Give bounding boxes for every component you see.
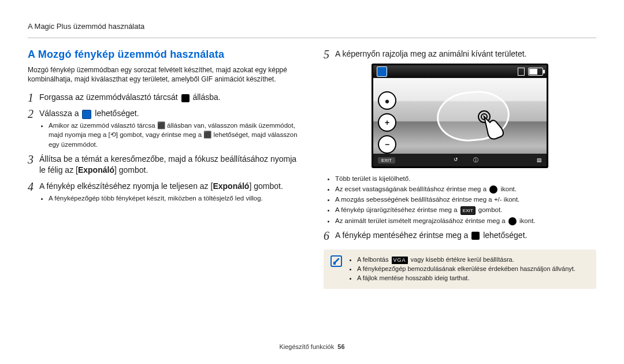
note-list: A felbontás VGA vagy kisebb értékre kerü…	[357, 255, 575, 283]
step-number: 5	[324, 49, 335, 60]
step-number: 6	[324, 230, 335, 242]
camera-screen-illustration: EXIT ↺ ⓘ ▤	[372, 64, 548, 168]
exit-button[interactable]: EXIT	[378, 157, 395, 164]
step-text: A fénykép mentéséhez érintse meg a lehet…	[335, 230, 527, 242]
redraw-icon[interactable]: ↺	[454, 157, 458, 164]
page-footer: Kiegészítő funkciók 56	[0, 343, 624, 350]
text-bold: Exponáló	[78, 165, 114, 174]
text-fragment: lehetőséget.	[95, 109, 139, 118]
list-item: Amikor az üzemmód választó tárcsa ⬛ állá…	[49, 121, 300, 148]
brush-icon	[489, 185, 497, 194]
moving-photo-mode-icon	[377, 66, 387, 77]
info-icon[interactable]: ⓘ	[473, 157, 478, 164]
step-text: Forgassa az üzemmódválasztó tárcsát állá…	[39, 92, 221, 103]
text-fragment: Az animált terület ismételt megrajzolásá…	[335, 217, 507, 224]
step-number: 3	[28, 154, 39, 165]
list-item: A fényképezőgép több fényképet készít, m…	[49, 194, 300, 203]
save-icon-inline	[471, 232, 480, 240]
step-text: Állítsa be a témát a keresőmezőbe, majd …	[39, 154, 300, 176]
moving-photo-icon	[82, 110, 91, 119]
camera-topbar	[373, 65, 547, 78]
step-6: 6 A fénykép mentéséhez érintse meg a leh…	[324, 230, 596, 242]
list-item: A fénykép újrarögzítéséhez érintse meg a…	[335, 205, 596, 215]
step-2-notes: Amikor az üzemmód választó tárcsa ⬛ állá…	[49, 121, 300, 148]
list-item: Az animált terület ismételt megrajzolásá…	[335, 216, 596, 225]
list-item: Több terület is kijelölhető.	[335, 174, 596, 183]
list-item: A mozgás sebességének beállításához érin…	[335, 195, 596, 204]
info-icon	[330, 255, 342, 267]
text-fragment: vagy kisebb értékre kerül beállításra.	[411, 256, 514, 263]
battery-icon	[528, 68, 543, 76]
note-box: A felbontás VGA vagy kisebb értékre kerü…	[324, 250, 596, 289]
step-number: 4	[28, 181, 39, 192]
step-1: 1 Forgassa az üzemmódválasztó tárcsát ál…	[28, 92, 300, 103]
sd-card-icon	[518, 68, 525, 76]
text-fragment: ] gombot.	[249, 181, 283, 191]
speed-plus-button[interactable]	[378, 113, 396, 132]
step-text: A képernyőn rajzolja meg az animálni kív…	[335, 49, 527, 60]
main-content: A Mozgó fénykép üzemmód használata Mozgó…	[0, 44, 624, 289]
text-fragment: ikont.	[501, 185, 517, 192]
step-text: A fénykép elkészítéséhez nyomja le telje…	[39, 181, 283, 192]
section-intro: Mozgó fénykép üzemmódban egy sorozat fel…	[28, 65, 300, 84]
text-fragment: Forgassa az üzemmódválasztó tárcsát	[39, 92, 180, 102]
header-divider	[28, 38, 596, 38]
chapter-title: A Magic Plus üzemmód használata	[28, 22, 144, 31]
text-bold: Exponáló	[213, 181, 249, 191]
text-fragment: A fénykép elkészítéséhez nyomja le telje…	[39, 181, 213, 191]
step-5-notes: Több terület is kijelölhető. Az ecset va…	[335, 174, 596, 225]
brush-size-button[interactable]	[378, 91, 396, 110]
list-item: Az ecset vastagságának beállításhoz érin…	[335, 184, 596, 194]
speed-minus-button[interactable]	[378, 135, 396, 154]
list-item: A fényképezőgép bemozdulásának elkerülés…	[357, 265, 575, 274]
save-icon[interactable]: ▤	[537, 157, 542, 163]
section-title: A Mozgó fénykép üzemmód használata	[28, 49, 300, 61]
step-2: 2 Válassza a lehetőséget.	[28, 108, 300, 120]
camera-side-panel	[378, 91, 396, 154]
touch-hand-icon	[476, 109, 505, 143]
text-fragment: A felbontás	[357, 256, 391, 263]
right-column: 5 A képernyőn rajzolja meg az animálni k…	[324, 44, 596, 289]
camera-bottombar: EXIT ↺ ⓘ ▤	[373, 154, 547, 166]
exit-icon-inline: EXIT	[460, 206, 476, 215]
mode-dial-icon	[181, 94, 190, 102]
step-number: 2	[28, 108, 39, 120]
step-3: 3 Állítsa be a témát a keresőmezőbe, maj…	[28, 154, 300, 176]
step-4-notes: A fényképezőgép több fényképet készít, m…	[49, 194, 300, 203]
list-item: A fájlok mentése hosszabb ideig tarthat.	[357, 274, 575, 283]
text-fragment: ] gombot.	[114, 165, 148, 174]
page-header: A Magic Plus üzemmód használata	[0, 0, 624, 35]
page-number: 56	[337, 343, 344, 350]
text-fragment: lehetőséget.	[483, 231, 527, 240]
step-4: 4 A fénykép elkészítéséhez nyomja le tel…	[28, 181, 300, 192]
text-fragment: A fénykép újrarögzítéséhez érintse meg a	[335, 206, 459, 213]
step-5: 5 A képernyőn rajzolja meg az animálni k…	[324, 49, 596, 60]
list-item: A felbontás VGA vagy kisebb értékre kerü…	[357, 255, 575, 265]
step-text: Válassza a lehetőséget.	[39, 108, 139, 120]
text-fragment: Válassza a	[39, 109, 81, 118]
text-fragment: Az ecset vastagságának beállításhoz érin…	[335, 185, 488, 192]
text-fragment: A fénykép mentéséhez érintse meg a	[335, 231, 470, 240]
text-fragment: állásba.	[192, 92, 220, 102]
text-fragment: ikont.	[519, 217, 536, 224]
footer-section: Kiegészítő funkciók	[279, 343, 334, 350]
text-fragment: gombot.	[478, 206, 503, 213]
left-column: A Mozgó fénykép üzemmód használata Mozgó…	[28, 44, 300, 289]
svg-rect-3	[333, 262, 336, 265]
redraw-icon-inline	[508, 217, 517, 225]
step-number: 1	[28, 92, 39, 103]
vga-label: VGA	[392, 257, 408, 264]
